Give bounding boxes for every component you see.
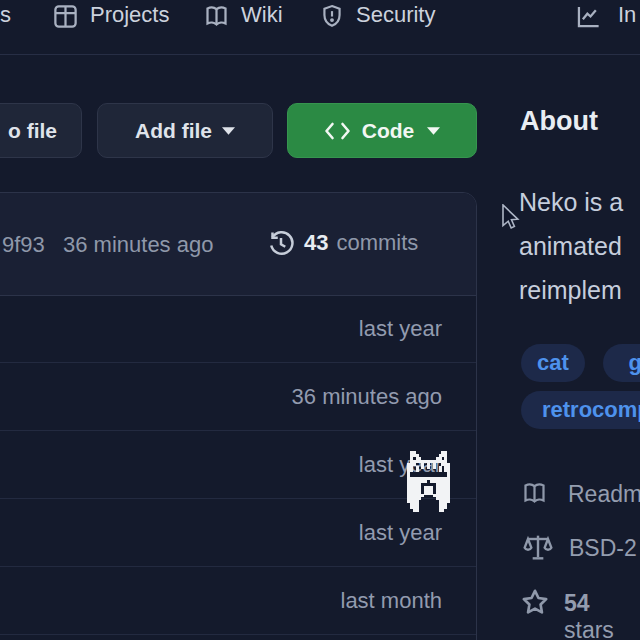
nav-item-wiki[interactable]: Wiki — [241, 2, 283, 28]
go-to-file-label: o file — [8, 119, 57, 143]
row-updated-time: last month — [341, 588, 443, 614]
license-link[interactable]: BSD-2 — [569, 535, 637, 562]
projects-table-icon — [52, 3, 79, 30]
stars-link[interactable]: 54 stars — [564, 590, 640, 640]
about-description-line: animated — [519, 232, 622, 261]
topic-label: go — [629, 350, 640, 376]
add-file-label: Add file — [135, 119, 212, 143]
latest-commit-bar: 9f93 36 minutes ago 43 commits — [0, 193, 476, 296]
mouse-cursor-icon — [502, 204, 520, 230]
file-table: 9f93 36 minutes ago 43 commits last year… — [0, 192, 477, 640]
commits-link[interactable]: 43 commits — [266, 228, 418, 258]
table-row[interactable]: last year — [0, 295, 476, 363]
book-icon — [203, 3, 230, 30]
readme-book-icon — [519, 480, 550, 507]
table-row[interactable]: last month — [0, 567, 476, 635]
nav-item-partial[interactable]: s — [0, 2, 11, 28]
code-button[interactable]: Code — [287, 103, 477, 158]
law-scales-icon — [522, 531, 554, 563]
row-updated-time: last year — [359, 520, 442, 546]
topic-label: retrocomp — [542, 397, 640, 423]
about-title: About — [520, 106, 598, 137]
row-updated-time: 36 minutes ago — [292, 384, 442, 410]
neko-cat-sprite — [407, 451, 450, 512]
github-repo-page: s Projects Wiki Security In o file — [0, 0, 640, 640]
graph-icon — [573, 3, 604, 30]
table-row[interactable]: last year — [0, 431, 476, 499]
commit-time: 36 minutes ago — [63, 232, 213, 258]
star-icon — [519, 586, 551, 618]
stars-label: stars — [564, 617, 614, 640]
history-clock-icon — [266, 228, 296, 258]
shield-icon — [319, 2, 345, 30]
row-updated-time: last year — [359, 316, 442, 342]
topic-tag-cat[interactable]: cat — [521, 344, 585, 382]
about-description-line: Neko is a — [519, 188, 623, 217]
nav-item-insights[interactable]: In — [618, 2, 636, 28]
nav-item-security[interactable]: Security — [356, 2, 435, 28]
code-brackets-icon — [324, 121, 351, 141]
topic-label: cat — [537, 350, 569, 376]
commit-count: 43 — [304, 230, 328, 256]
commit-hash[interactable]: 9f93 — [2, 232, 45, 258]
nav-item-projects[interactable]: Projects — [90, 2, 169, 28]
nav-bottom-border — [0, 54, 640, 55]
topic-tag-go[interactable]: go — [603, 344, 640, 382]
table-row[interactable]: 36 minutes ago — [0, 363, 476, 431]
code-label: Code — [362, 119, 415, 143]
stars-count: 54 — [564, 590, 590, 616]
add-file-button[interactable]: Add file — [97, 103, 273, 158]
table-row[interactable]: last year — [0, 499, 476, 567]
readme-link[interactable]: Readme — [568, 481, 640, 508]
chevron-down-icon — [427, 127, 440, 135]
topic-tag-retrocomputing[interactable]: retrocomp — [521, 391, 640, 429]
about-description-line: reimplem — [519, 276, 622, 305]
commits-label: commits — [336, 230, 418, 256]
go-to-file-button[interactable]: o file — [0, 103, 82, 158]
chevron-down-icon — [222, 127, 235, 135]
